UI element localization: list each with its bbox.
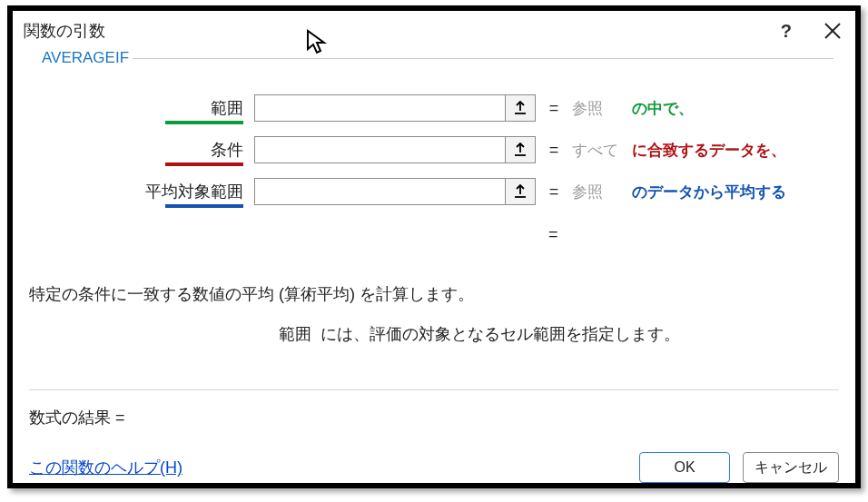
arg-row-range: 範囲 = 参照 の中で、	[40, 87, 828, 129]
arg-label-average-range: 平均対象範囲	[40, 181, 254, 202]
annotation-range: の中で、	[632, 98, 694, 119]
arg-hint: 参照	[572, 98, 623, 119]
separator	[29, 389, 839, 390]
collapse-dialog-button[interactable]	[505, 94, 536, 122]
criteria-input[interactable]	[254, 136, 505, 163]
cancel-button[interactable]: キャンセル	[743, 452, 839, 483]
annotation-criteria: に合致するデータを、	[632, 140, 786, 161]
function-name: AVERAGEIF	[38, 49, 133, 67]
description: 特定の条件に一致する数値の平均 (算術平均) を計算します。 範囲 には、評価の…	[29, 279, 839, 349]
formula-result: 数式の結果 =	[29, 407, 839, 428]
arg-row-average-range: 平均対象範囲 = 参照 のデータから平均する	[40, 171, 828, 212]
annotation-average-range: のデータから平均する	[632, 182, 786, 202]
help-link[interactable]: この関数のヘルプ(H)	[29, 457, 182, 478]
description-sub: 範囲 には、評価の対象となるセル範囲を指定します。	[29, 319, 839, 349]
equals-sign: =	[536, 182, 572, 202]
equals-sign: =	[536, 99, 572, 118]
arg-label-range: 範囲	[40, 97, 254, 119]
arguments-group: AVERAGEIF 範囲 = 参照 の中で、	[29, 51, 839, 266]
collapse-dialog-button[interactable]	[505, 178, 536, 205]
equals-sign: =	[536, 141, 572, 160]
title-bar: 関数の引数 ?	[13, 11, 855, 49]
arg-hint: すべて	[572, 140, 623, 161]
function-arguments-dialog: 関数の引数 ? AVERAGEIF 範囲	[7, 5, 861, 488]
dialog-title: 関数の引数	[24, 20, 105, 42]
average-range-input[interactable]	[254, 178, 505, 205]
intermediate-result: =	[548, 225, 828, 244]
ok-button[interactable]: OK	[639, 452, 730, 483]
help-icon[interactable]: ?	[781, 21, 792, 42]
arg-hint: 参照	[572, 182, 623, 202]
arg-row-criteria: 条件 = すべて に合致するデータを、	[40, 129, 828, 171]
close-button[interactable]	[823, 21, 843, 41]
collapse-dialog-button[interactable]	[505, 136, 536, 163]
arg-label-criteria: 条件	[40, 139, 254, 161]
description-main: 特定の条件に一致する数値の平均 (算術平均) を計算します。	[29, 279, 839, 310]
range-input[interactable]	[254, 94, 505, 122]
